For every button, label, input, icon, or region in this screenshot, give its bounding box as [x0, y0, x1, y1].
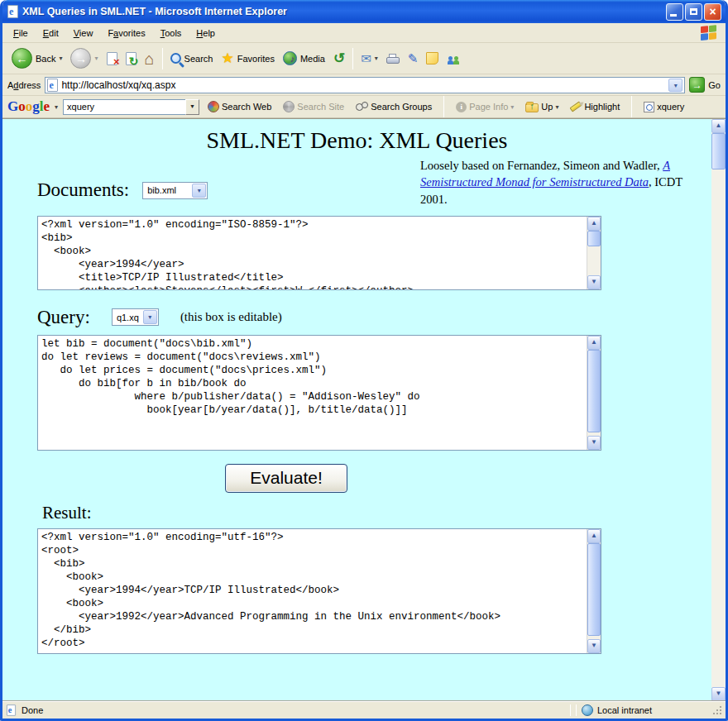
favorites-star-icon: ★	[221, 51, 233, 65]
browser-viewport: SML.NET Demo: XML Queries Documents: bib…	[2, 118, 726, 701]
google-search-combo[interactable]: xquery ▼	[63, 99, 199, 115]
page-scrollbar[interactable]: ▲ ▼	[711, 119, 726, 701]
ie-page-icon: e	[7, 5, 18, 18]
address-bar: Address e http://localhost/xq/xq.aspx ▾ …	[2, 74, 726, 96]
highlight-button[interactable]: Highlight	[567, 100, 623, 113]
evaluate-button[interactable]: Evaluate!	[225, 464, 347, 493]
minimize-button[interactable]	[666, 3, 683, 21]
mail-dropdown-icon[interactable]: ▾	[375, 55, 378, 62]
scroll-down-button[interactable]: ▼	[587, 275, 601, 289]
documents-label: Documents:	[37, 179, 129, 201]
mail-button[interactable]: ✉ ▾	[357, 50, 382, 66]
query-text[interactable]: let bib = document("docs\bib.xml") do le…	[38, 336, 587, 450]
search-label: Search	[184, 54, 213, 64]
refresh-icon: ↻	[126, 52, 136, 65]
query-textarea[interactable]: let bib = document("docs\bib.xml") do le…	[37, 335, 601, 451]
toolbar-separator	[162, 48, 163, 69]
menu-favorites[interactable]: Favorites	[100, 26, 152, 41]
back-button[interactable]: ← Back ▾	[7, 46, 66, 70]
result-text[interactable]: <?xml version="1.0" encoding="utf-16"?> …	[38, 529, 587, 653]
messenger-icon	[447, 52, 462, 64]
scroll-up-button[interactable]: ▲	[587, 217, 601, 231]
search-site-button[interactable]: Search Site	[280, 99, 347, 114]
print-button[interactable]	[382, 52, 404, 65]
scroll-thumb[interactable]	[587, 543, 601, 636]
google-search-input[interactable]: xquery	[63, 99, 185, 115]
search-button[interactable]: Search	[166, 51, 218, 65]
editable-note: (this box is editable)	[180, 310, 282, 324]
history-icon: ↺	[333, 51, 345, 65]
refresh-button[interactable]: ↻	[122, 50, 141, 67]
messenger-button[interactable]	[443, 50, 466, 66]
documents-select-arrow-icon[interactable]: ▾	[192, 184, 206, 198]
up-button[interactable]: ↑ Up ▾	[522, 99, 562, 114]
windows-logo-icon	[701, 24, 717, 41]
address-page-icon: e	[47, 79, 58, 92]
result-scrollbar[interactable]: ▲ ▼	[587, 529, 601, 653]
credit-text: Loosely based on Fernandez, Simeon and W…	[420, 155, 687, 208]
search-web-button[interactable]: Search Web	[204, 99, 275, 114]
history-button[interactable]: ↺	[329, 50, 349, 67]
query-select[interactable]: q1.xq ▾	[112, 308, 159, 326]
combo-dropdown-icon[interactable]: ▼	[185, 99, 199, 115]
scroll-thumb[interactable]	[587, 231, 601, 246]
close-button[interactable]: ×	[704, 3, 721, 21]
menu-bar: File Edit View Favorites Tools Help	[2, 23, 726, 43]
xquery-term-button[interactable]: xquery	[640, 100, 687, 114]
resize-grip[interactable]	[712, 705, 722, 715]
favorites-label: Favorites	[237, 54, 275, 64]
window-title: XML Queries in SML.NET - Microsoft Inter…	[22, 6, 666, 17]
google-dropdown-icon[interactable]: ▾	[55, 103, 58, 111]
maximize-icon	[690, 8, 697, 15]
favorites-button[interactable]: ★ Favorites	[217, 50, 279, 67]
menu-help[interactable]: Help	[189, 26, 223, 41]
query-select-arrow-icon[interactable]: ▾	[143, 310, 157, 324]
address-dropdown-icon[interactable]: ▾	[668, 79, 682, 92]
scroll-up-button[interactable]: ▲	[711, 119, 726, 133]
stop-button[interactable]: ×	[103, 50, 122, 67]
forward-button[interactable]: → ▾	[66, 46, 102, 70]
forward-icon: →	[70, 48, 91, 69]
scroll-up-button[interactable]: ▲	[587, 529, 601, 543]
forward-dropdown-icon[interactable]: ▾	[94, 55, 98, 62]
documents-textarea[interactable]: <?xml version="1.0" encoding="ISO-8859-1…	[37, 216, 601, 290]
query-scrollbar[interactable]: ▲ ▼	[587, 336, 601, 450]
scroll-thumb[interactable]	[587, 350, 601, 432]
up-dropdown-icon[interactable]: ▾	[555, 103, 558, 111]
menu-edit[interactable]: Edit	[36, 26, 66, 41]
menu-tools[interactable]: Tools	[153, 26, 189, 41]
home-icon: ⌂	[145, 50, 155, 67]
home-button[interactable]: ⌂	[141, 49, 159, 69]
search-groups-icon	[356, 102, 368, 112]
web-page: SML.NET Demo: XML Queries Documents: bib…	[2, 119, 711, 701]
documents-text[interactable]: <?xml version="1.0" encoding="ISO-8859-1…	[38, 217, 587, 289]
search-groups-button[interactable]: Search Groups	[352, 100, 435, 113]
highlight-pen-icon	[570, 102, 582, 112]
xquery-term-icon	[644, 102, 654, 112]
address-input[interactable]: e http://localhost/xq/xq.aspx ▾	[45, 77, 685, 93]
documents-select[interactable]: bib.xml ▾	[142, 182, 208, 199]
discuss-button[interactable]	[422, 50, 443, 66]
result-textarea[interactable]: <?xml version="1.0" encoding="utf-16"?> …	[37, 528, 601, 654]
scroll-thumb[interactable]	[711, 133, 726, 170]
google-logo[interactable]: Google	[7, 98, 50, 115]
close-icon: ×	[709, 6, 716, 17]
page-info-button[interactable]: i Page Info ▾	[453, 100, 517, 114]
go-button[interactable]: → Go	[689, 77, 721, 93]
page-info-dropdown-icon[interactable]: ▾	[510, 103, 514, 111]
scroll-up-button[interactable]: ▲	[587, 336, 601, 350]
media-button[interactable]: ♪ Media	[279, 50, 329, 67]
scroll-down-button[interactable]: ▼	[587, 639, 601, 653]
address-url[interactable]: http://localhost/xq/xq.aspx	[61, 79, 665, 91]
go-label: Go	[708, 80, 721, 90]
scroll-down-button[interactable]: ▼	[711, 687, 726, 701]
page-info-icon: i	[456, 102, 467, 112]
scroll-down-button[interactable]: ▼	[587, 436, 601, 450]
edit-button[interactable]: ✎	[404, 50, 423, 66]
maximize-button[interactable]	[685, 3, 702, 21]
back-icon: ←	[12, 48, 32, 69]
menu-view[interactable]: View	[66, 26, 101, 41]
back-dropdown-icon[interactable]: ▾	[59, 55, 62, 62]
menu-file[interactable]: File	[6, 26, 36, 41]
documents-scrollbar[interactable]: ▲ ▼	[587, 217, 601, 289]
